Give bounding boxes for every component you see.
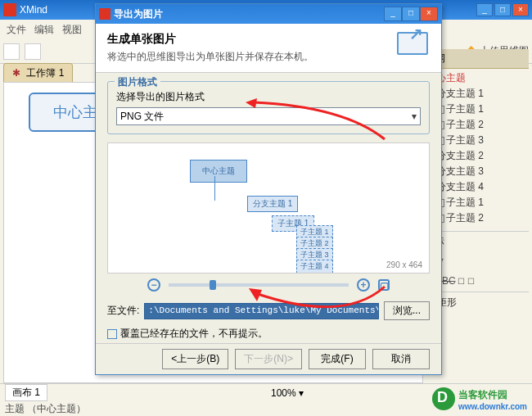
file-label: 至文件: [107,304,139,318]
zoom-reset-button[interactable]: ▢ [378,279,390,291]
zoom-slider[interactable] [169,283,349,287]
document-tab[interactable]: ✱ 工作簿 1 [3,63,73,84]
format-value: PNG 文件 [120,110,164,124]
dialog-footer: <上一步(B) 下一步(N)> 完成(F) 取消 [96,343,441,374]
zoom-out-button[interactable]: − [147,278,160,292]
logo-name: 当客软件园 [458,389,507,400]
dialog-minimize[interactable]: _ [384,7,402,21]
dialog-heading: 生成单张图片 [107,32,430,47]
minimize-button[interactable]: _ [476,3,493,16]
watermark-logo: 当客软件园 www.downkr.com [432,387,527,411]
toolbar-button[interactable] [25,43,41,60]
dialog-subheading: 将选中的思维图导出为单张图片并保存在本机。 [107,50,430,64]
preview-dimensions: 290 x 464 [386,260,422,269]
next-button: 下一步(N)> [235,349,302,369]
preview-branch: 分支主题 1 [247,196,298,212]
finish-button[interactable]: 完成(F) [309,349,366,369]
close-button[interactable]: × [512,3,529,16]
tab-icon: ✱ [12,67,20,79]
app-icon [3,3,16,16]
slider-thumb[interactable] [210,280,216,290]
format-select[interactable]: PNG 文件 ▾ [116,107,421,125]
sheet-tab[interactable]: 画布 1 [5,384,47,401]
format-groupbox: 图片格式 选择导出的图片格式 PNG 文件 ▾ [107,81,430,134]
dialog-close[interactable]: × [420,7,438,21]
dialog-header: 生成单张图片 将选中的思维图导出为单张图片并保存在本机。 [96,24,441,73]
tab-label: 工作簿 1 [26,67,64,79]
browse-button[interactable]: 浏览... [384,301,430,320]
file-path-input[interactable]: :\Documents and Settings\luke\My Documen… [144,303,379,319]
overwrite-row[interactable]: 覆盖已经存在的文件，不再提示。 [107,327,430,341]
preview-leaf: 子主题 4 [296,260,333,274]
menu-view[interactable]: 视图 [59,21,85,38]
dropdown-icon: ▾ [412,111,417,122]
preview-pane: 中心主题 分支主题 1 子主题 1 子主题 1 子主题 2 子主题 3 子主题 … [107,142,430,274]
format-label: 选择导出的图片格式 [116,90,421,104]
cancel-button[interactable]: 取消 [372,349,430,369]
dialog-titlebar[interactable]: 导出为图片 _ □ × [96,4,441,24]
maximize-button[interactable]: □ [494,3,511,16]
toolbar-button[interactable] [3,43,20,60]
menu-file[interactable]: 文件 [3,21,29,38]
zoom-in-button[interactable]: + [357,278,370,292]
overwrite-checkbox[interactable] [107,329,117,339]
dialog-maximize[interactable]: □ [402,7,420,21]
back-button[interactable]: <上一步(B) [162,349,228,369]
dialog-title: 导出为图片 [114,7,384,21]
export-icon [397,32,430,65]
groupbox-title: 图片格式 [115,75,160,89]
file-path-row: 至文件: :\Documents and Settings\luke\My Do… [107,301,430,320]
overwrite-label: 覆盖已经存在的文件，不再提示。 [120,327,268,341]
dialog-icon [99,8,110,20]
logo-icon [432,387,455,410]
preview-root: 中心主题 [190,160,247,183]
zoom-indicator[interactable]: 100% ▾ [271,387,304,399]
menu-edit[interactable]: 编辑 [31,21,57,38]
export-image-dialog: 导出为图片 _ □ × 生成单张图片 将选中的思维图导出为单张图片并保存在本机。… [95,3,442,375]
zoom-slider-row: − + ▢ [107,278,430,292]
logo-url: www.downkr.com [458,402,527,411]
